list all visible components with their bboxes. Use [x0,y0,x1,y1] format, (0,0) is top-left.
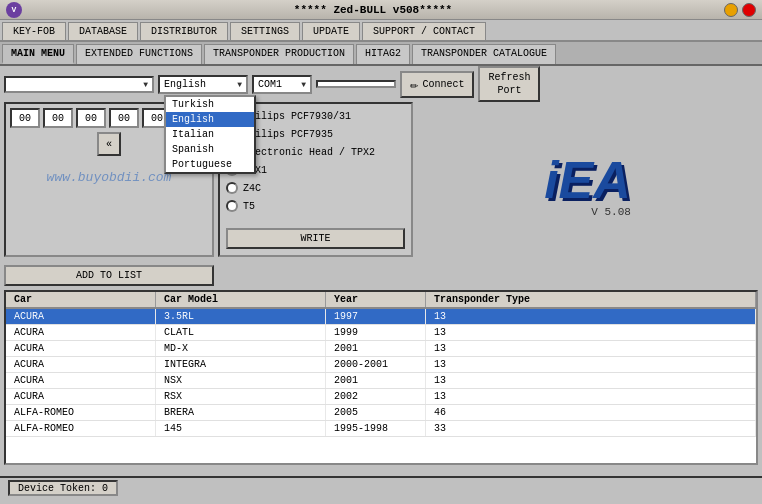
radio-z4c[interactable]: Z4C [226,182,405,194]
iea-logo-container: iEA V 5.08 [544,150,631,210]
td-model: BRERA [156,405,326,420]
table-row[interactable]: ACURARSX200213 [6,389,756,405]
port-combo[interactable]: COM1 ▼ [252,75,312,94]
title-bar-buttons [724,3,756,17]
table-body[interactable]: ACURA3.5RL199713ACURACLATL199913ACURAMD-… [6,309,756,458]
td-type: 46 [426,405,756,420]
table-row[interactable]: ACURANSX200113 [6,373,756,389]
minimize-button[interactable] [724,3,738,17]
td-model: RSX [156,389,326,404]
td-model: CLATL [156,325,326,340]
td-type: 33 [426,421,756,436]
nav-back-button[interactable]: « [97,132,121,156]
title-bar-text: ***** Zed-BULL v508***** [22,4,724,16]
table-row[interactable]: ACURAMD-X200113 [6,341,756,357]
write-button[interactable]: WRITE [226,228,405,249]
connect-button[interactable]: ✏️ Connect [400,71,474,98]
dropdown-item-spanish[interactable]: Spanish [166,142,254,157]
submenu-tab-extended[interactable]: EXTENDED FUNCTIONS [76,44,202,64]
radio-electronic-head-label: Electronic Head / TPX2 [243,147,375,158]
language-combo[interactable]: English ▼ [158,75,248,94]
menu-tab-settings[interactable]: SETTINGS [230,22,300,40]
dropdown-item-italian[interactable]: Italian [166,127,254,142]
menu-tab-distributor[interactable]: DISTRIBUTOR [140,22,228,40]
radio-pcf7930-label: Philips PCF7930/31 [243,111,351,122]
td-year: 2001 [326,373,426,388]
nav-back-icon: « [106,139,112,150]
td-model: INTEGRA [156,357,326,372]
close-button[interactable] [742,3,756,17]
radio-t5[interactable]: T5 [226,200,405,212]
td-type: 13 [426,341,756,356]
hex-input-1[interactable] [43,108,73,128]
main-combo[interactable]: ▼ [4,76,154,93]
add-to-list-row: ADD TO LIST [4,261,214,290]
work-area: « www.buyobdii.com Philips PCF7930/31 Ph… [4,102,758,257]
menu-tab-support[interactable]: SUPPORT / CONTACT [362,22,486,40]
iea-logo: iEA [544,150,631,210]
refresh-port-button[interactable]: RefreshPort [478,66,540,102]
connect-button-label: Connect [422,79,464,90]
dropdown-item-english[interactable]: English [166,112,254,127]
menu-tab-update[interactable]: UPDATE [302,22,360,40]
th-year: Year [326,292,426,307]
td-car: ACURA [6,357,156,372]
right-panel: iEA V 5.08 [417,102,758,257]
td-car: ACURA [6,309,156,324]
main-combo-arrow: ▼ [143,80,148,89]
td-car: ACURA [6,341,156,356]
radio-pcf7935-label: Philips PCF7935 [243,129,333,140]
td-model: 3.5RL [156,309,326,324]
td-car: ACURA [6,325,156,340]
td-type: 13 [426,373,756,388]
language-dropdown[interactable]: Turkish English Italian Spanish Portugue… [164,95,256,174]
connect-input[interactable] [316,80,396,88]
menu-bar: KEY-FOB DATABASE DISTRIBUTOR SETTINGS UP… [0,20,762,42]
td-car: ALFA-ROMEO [6,405,156,420]
dropdown-item-turkish[interactable]: Turkish [166,97,254,112]
submenu-tab-transponder-cat[interactable]: TRANSPONDER CATALOGUE [412,44,556,64]
table-row[interactable]: ALFA-ROMEO1451995-199833 [6,421,756,437]
submenu-tab-transponder-prod[interactable]: TRANSPONDER PRODUCTION [204,44,354,64]
radio-z4c-label: Z4C [243,183,261,194]
td-car: ACURA [6,389,156,404]
td-type: 13 [426,309,756,324]
add-to-list-button[interactable]: ADD TO LIST [4,265,214,286]
submenu-tab-main-menu[interactable]: MAIN MENU [2,44,74,64]
write-button-label: WRITE [300,233,330,244]
td-type: 13 [426,357,756,372]
td-car: ALFA-ROMEO [6,421,156,436]
td-year: 2005 [326,405,426,420]
status-device-token: Device Token: 0 [8,480,118,496]
radio-z4c-button[interactable] [226,182,238,194]
td-year: 2000-2001 [326,357,426,372]
table-row[interactable]: ACURA3.5RL199713 [6,309,756,325]
language-combo-arrow: ▼ [237,80,242,89]
menu-tab-key-fob[interactable]: KEY-FOB [2,22,66,40]
table-row[interactable]: ACURACLATL199913 [6,325,756,341]
table-row[interactable]: ACURAINTEGRA2000-200113 [6,357,756,373]
td-model: 145 [156,421,326,436]
td-year: 1997 [326,309,426,324]
submenu-tab-hitag2[interactable]: HITAG2 [356,44,410,64]
td-type: 13 [426,389,756,404]
hex-input-0[interactable] [10,108,40,128]
td-type: 13 [426,325,756,340]
top-controls: ▼ English ▼ COM1 ▼ ✏️ Connect RefreshPor… [4,70,758,98]
table-header: Car Car Model Year Transponder Type [6,292,756,309]
table-row[interactable]: ALFA-ROMEOBRERA200546 [6,405,756,421]
td-year: 1995-1998 [326,421,426,436]
td-year: 2002 [326,389,426,404]
hex-input-3[interactable] [109,108,139,128]
main-content: ▼ English ▼ COM1 ▼ ✏️ Connect RefreshPor… [0,66,762,476]
dropdown-item-portuguese[interactable]: Portuguese [166,157,254,172]
radio-t5-button[interactable] [226,200,238,212]
th-model: Car Model [156,292,326,307]
td-year: 2001 [326,341,426,356]
car-table: Car Car Model Year Transponder Type ACUR… [4,290,758,465]
app-logo: V [6,2,22,18]
hex-input-2[interactable] [76,108,106,128]
port-combo-value: COM1 [258,79,282,90]
connect-icon: ✏️ [410,76,418,93]
menu-tab-database[interactable]: DATABASE [68,22,138,40]
